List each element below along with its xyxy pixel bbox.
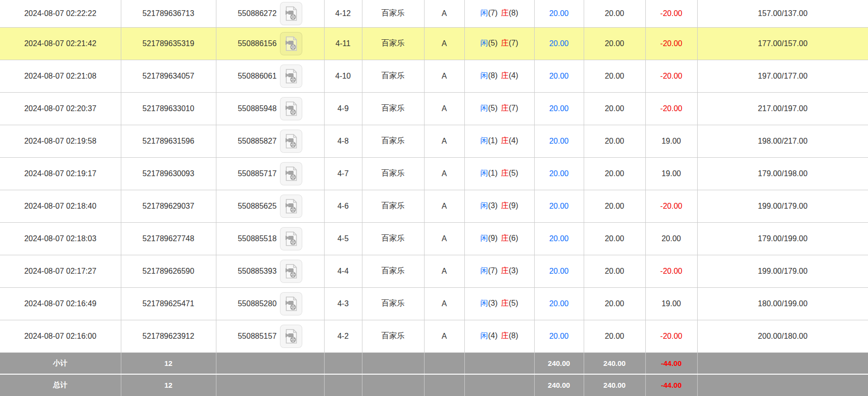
round-cell: 4-2: [324, 320, 362, 352]
valid-amount-cell: 20.00: [584, 92, 645, 125]
table-row[interactable]: 2024-08-07 02:16:00 521789623912 5508851…: [0, 320, 868, 352]
video-replay-button[interactable]: [280, 162, 302, 185]
bet-time-cell: 2024-08-07 02:21:08: [0, 60, 121, 92]
valid-amount-cell: 20.00: [584, 157, 645, 190]
video-icon: [284, 198, 298, 214]
bet-number-cell: 521789629037: [121, 190, 216, 222]
game-number-cell: 550885625: [216, 190, 324, 222]
bet-amount-cell: 20.00: [534, 125, 584, 157]
table-group-cell: A: [424, 92, 464, 125]
balance-cell: 217.00/197.00: [697, 92, 868, 125]
table-row[interactable]: 2024-08-07 02:19:17 521789630093 5508857…: [0, 157, 868, 190]
video-replay-button[interactable]: [280, 65, 302, 88]
bet-time-cell: 2024-08-07 02:17:27: [0, 255, 121, 287]
bet-number-cell: 521789633010: [121, 92, 216, 125]
summary-bet-total: 240.00: [534, 352, 584, 374]
table-row[interactable]: 2024-08-07 02:22:22 521789636713 5508862…: [0, 0, 868, 27]
game-type-cell: 百家乐: [362, 0, 424, 27]
bet-number-cell: 521789625471: [121, 287, 216, 320]
game-number-cell: 550885393: [216, 255, 324, 287]
game-number-cell: 550885827: [216, 125, 324, 157]
balance-cell: 179.00/198.00: [697, 157, 868, 190]
bet-amount-cell: 20.00: [534, 222, 584, 255]
valid-amount-cell: 20.00: [584, 320, 645, 352]
result-cell: 闲(1)庄(5): [464, 157, 534, 190]
table-row[interactable]: 2024-08-07 02:18:03 521789627748 5508855…: [0, 222, 868, 255]
bet-time-cell: 2024-08-07 02:22:22: [0, 0, 121, 27]
table-group-cell: A: [424, 287, 464, 320]
video-replay-button[interactable]: [280, 227, 302, 250]
banker-score: (8): [509, 331, 519, 340]
video-replay-button[interactable]: [280, 325, 302, 348]
bet-time-cell: 2024-08-07 02:16:00: [0, 320, 121, 352]
result-cell: 闲(5)庄(7): [464, 92, 534, 125]
game-number-cell: 550886156: [216, 27, 324, 60]
game-number: 550885625: [238, 202, 277, 211]
balance-cell: 200.00/180.00: [697, 320, 868, 352]
bet-amount-cell: 20.00: [534, 320, 584, 352]
game-number: 550885393: [238, 267, 277, 276]
table-group-cell: A: [424, 320, 464, 352]
table-row[interactable]: 2024-08-07 02:21:42 521789635319 5508861…: [0, 27, 868, 60]
winloss-cell: -20.00: [645, 255, 697, 287]
video-replay-button[interactable]: [280, 130, 302, 153]
result-cell: 闲(7)庄(8): [464, 0, 534, 27]
game-number: 550885518: [238, 234, 277, 243]
summary-row: 总计 12 240.00 240.00 -44.00: [0, 374, 868, 396]
winloss-cell: 19.00: [645, 287, 697, 320]
game-type-cell: 百家乐: [362, 125, 424, 157]
table-row[interactable]: 2024-08-07 02:17:27 521789626590 5508853…: [0, 255, 868, 287]
result-cell: 闲(3)庄(9): [464, 190, 534, 222]
summary-row: 小计 12 240.00 240.00 -44.00: [0, 352, 868, 374]
player-score: (8): [488, 71, 498, 80]
valid-amount-cell: 20.00: [584, 222, 645, 255]
bet-amount-cell: 20.00: [534, 92, 584, 125]
video-replay-button[interactable]: [280, 260, 302, 283]
winloss-cell: -20.00: [645, 92, 697, 125]
bet-amount-cell: 20.00: [534, 190, 584, 222]
player-label: 闲: [480, 104, 488, 112]
video-icon: [284, 296, 298, 312]
player-label: 闲: [480, 331, 488, 340]
game-number-cell: 550886061: [216, 60, 324, 92]
table-row[interactable]: 2024-08-07 02:19:58 521789631596 5508858…: [0, 125, 868, 157]
player-score: (3): [488, 299, 498, 307]
video-icon: [284, 133, 298, 149]
summary-label: 小计: [0, 352, 121, 374]
game-number: 550886061: [238, 72, 277, 81]
result-cell: 闲(1)庄(4): [464, 125, 534, 157]
table-group-cell: A: [424, 222, 464, 255]
table-row[interactable]: 2024-08-07 02:18:40 521789629037 5508856…: [0, 190, 868, 222]
video-replay-button[interactable]: [280, 195, 302, 218]
video-replay-button[interactable]: [280, 292, 302, 315]
bet-records-table: 2024-08-07 02:22:22 521789636713 5508862…: [0, 0, 868, 396]
table-row[interactable]: 2024-08-07 02:16:49 521789625471 5508852…: [0, 287, 868, 320]
banker-label: 庄: [501, 234, 509, 242]
summary-count: 12: [121, 374, 216, 396]
winloss-cell: 20.00: [645, 222, 697, 255]
bet-amount-cell: 20.00: [534, 60, 584, 92]
balance-cell: 179.00/199.00: [697, 222, 868, 255]
video-replay-button[interactable]: [280, 97, 302, 120]
table-row[interactable]: 2024-08-07 02:21:08 521789634057 5508860…: [0, 60, 868, 92]
video-replay-button[interactable]: [280, 32, 302, 55]
round-cell: 4-4: [324, 255, 362, 287]
summary-valid-total: 240.00: [584, 352, 645, 374]
valid-amount-cell: 20.00: [584, 27, 645, 60]
game-type-cell: 百家乐: [362, 27, 424, 60]
video-replay-button[interactable]: [280, 2, 302, 25]
player-score: (5): [488, 104, 498, 112]
bet-amount-cell: 20.00: [534, 27, 584, 60]
summary-count: 12: [121, 352, 216, 374]
result-cell: 闲(7)庄(3): [464, 255, 534, 287]
banker-score: (9): [509, 201, 519, 210]
banker-label: 庄: [501, 169, 509, 177]
valid-amount-cell: 20.00: [584, 255, 645, 287]
banker-label: 庄: [501, 104, 509, 112]
round-cell: 4-8: [324, 125, 362, 157]
player-label: 闲: [480, 299, 488, 307]
banker-label: 庄: [501, 299, 509, 307]
game-number: 550885280: [238, 299, 277, 308]
table-row[interactable]: 2024-08-07 02:20:37 521789633010 5508859…: [0, 92, 868, 125]
table-group-cell: A: [424, 0, 464, 27]
